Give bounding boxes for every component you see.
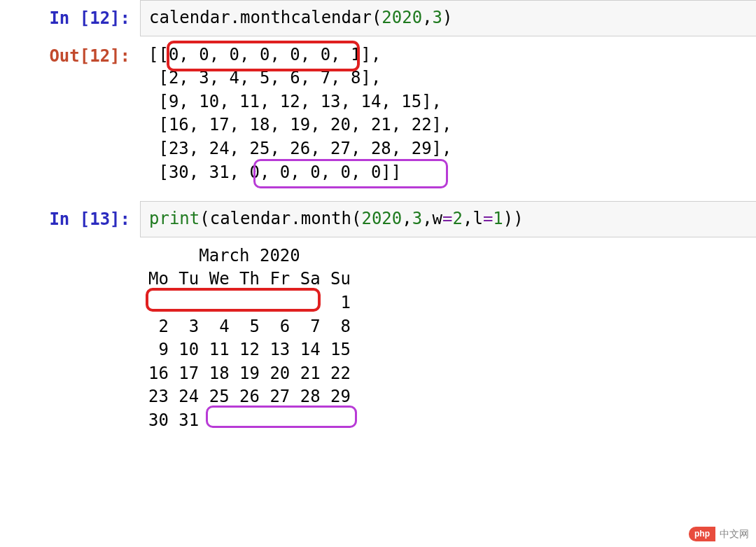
code-token: month bbox=[301, 209, 351, 228]
code-token: . bbox=[230, 8, 240, 27]
code-token: = bbox=[442, 209, 452, 228]
code-token: = bbox=[483, 209, 493, 228]
code-token: , bbox=[463, 209, 472, 228]
code-output: [[0, 0, 0, 0, 0, 0, 1], [2, 3, 4, 5, 6, … bbox=[140, 38, 756, 202]
code-token: 2020 bbox=[361, 209, 402, 228]
input-prompt: In [12]: bbox=[0, 0, 140, 38]
code-token: calendar bbox=[149, 8, 230, 27]
code-token: w bbox=[433, 209, 442, 228]
code-token: 3 bbox=[433, 8, 442, 27]
code-token: )) bbox=[503, 209, 524, 228]
annotation-box bbox=[167, 41, 360, 71]
code-token: l bbox=[472, 209, 482, 228]
code-input[interactable]: print(calendar.month(2020,3,w=2,l=1)) bbox=[140, 201, 756, 237]
annotation-box bbox=[206, 406, 357, 428]
code-token: calendar bbox=[210, 209, 291, 228]
code-token: , bbox=[422, 209, 432, 228]
annotation-box bbox=[146, 288, 321, 312]
code-cell: In [13]: print(calendar.month(2020,3,w=2… bbox=[0, 201, 756, 239]
code-token: 2020 bbox=[382, 8, 422, 27]
code-token: ( bbox=[351, 209, 361, 228]
code-token: ( bbox=[372, 8, 382, 27]
code-token: ) bbox=[442, 8, 452, 27]
code-token: 2 bbox=[453, 209, 463, 228]
code-token: print bbox=[149, 209, 200, 228]
code-input[interactable]: calendar.monthcalendar(2020,3) bbox=[140, 0, 756, 36]
input-prompt: In [13]: bbox=[0, 201, 140, 239]
code-token: . bbox=[290, 209, 300, 228]
code-output: March 2020 Mo Tu We Th Fr Sa Su 1 2 3 4 … bbox=[140, 239, 756, 450]
code-token: 3 bbox=[412, 209, 422, 228]
code-cell: In [12]: calendar.monthcalendar(2020,3) bbox=[0, 0, 756, 38]
code-token: monthcalendar bbox=[240, 8, 372, 27]
output-prompt: Out[12]: bbox=[0, 38, 140, 76]
output-prompt bbox=[0, 239, 140, 253]
code-token: 1 bbox=[493, 209, 503, 228]
annotation-box bbox=[253, 159, 448, 188]
code-token: ( bbox=[200, 209, 209, 228]
output-cell: March 2020 Mo Tu We Th Fr Sa Su 1 2 3 4 … bbox=[0, 239, 756, 450]
code-token: , bbox=[402, 209, 412, 228]
code-token: , bbox=[422, 8, 432, 27]
output-cell: Out[12]: [[0, 0, 0, 0, 0, 0, 1], [2, 3, … bbox=[0, 38, 756, 202]
